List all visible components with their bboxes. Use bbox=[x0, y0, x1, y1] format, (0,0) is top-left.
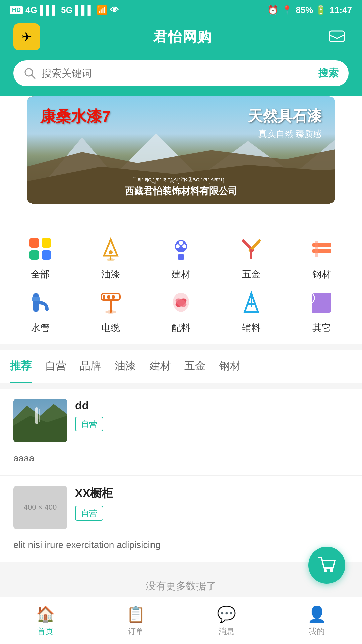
status-bar: HD 4G ▌▌▌ 5G ▌▌▌ 📶 👁 ⏰ 📍 85% 🔋 11:47 bbox=[0, 0, 362, 20]
other-label: 其它 bbox=[312, 322, 331, 334]
no-more-text: 没有更多数据了 bbox=[146, 580, 216, 591]
location-icon: 📍 bbox=[282, 5, 292, 15]
svg-line-2 bbox=[32, 75, 35, 78]
search-container: 搜索 bbox=[13, 60, 349, 86]
placeholder-image: 400 × 400 bbox=[13, 486, 67, 529]
pipe-icon bbox=[25, 287, 55, 318]
header: ✈ 君怡网购 bbox=[0, 20, 362, 54]
svg-rect-9 bbox=[29, 238, 39, 248]
ingredient-label: 配料 bbox=[172, 322, 190, 334]
auxiliary-label: 辅料 bbox=[242, 322, 261, 334]
product-header-2: 400 × 400 XX橱柜 自营 bbox=[13, 486, 349, 529]
waterfall-image bbox=[13, 399, 67, 442]
category-paint[interactable]: 油漆 bbox=[77, 234, 144, 281]
nav-home[interactable]: 🏠 首页 bbox=[0, 605, 90, 637]
signal-icon: ▌▌▌ bbox=[40, 5, 58, 15]
message-nav-icon: 💬 bbox=[217, 605, 236, 623]
tab-steel[interactable]: 钢材 bbox=[219, 350, 241, 383]
product-desc-2: elit nisi irure exercitation adipisicing bbox=[13, 535, 349, 552]
banner-container: 康桑水漆7 天然具石漆 真实自然 臻质感 ཟི་ཐང་གྲུ་ཐང་ལྟ་བུའ… bbox=[0, 96, 362, 224]
category-other[interactable]: 其它 bbox=[288, 287, 355, 334]
svg-rect-33 bbox=[112, 295, 115, 299]
nav-order[interactable]: 📋 订单 bbox=[90, 605, 181, 637]
floating-cart-button[interactable] bbox=[308, 547, 345, 584]
mine-label: 我的 bbox=[309, 626, 325, 637]
category-auxiliary[interactable]: 辅料 bbox=[218, 287, 285, 334]
other-icon bbox=[307, 287, 337, 318]
svg-rect-29 bbox=[32, 297, 40, 301]
app-logo[interactable]: ✈ bbox=[13, 23, 40, 50]
time-display: 11:47 bbox=[330, 5, 352, 15]
category-building[interactable]: 建材 bbox=[147, 234, 215, 281]
all-label: 全部 bbox=[31, 268, 50, 281]
message-button[interactable] bbox=[325, 25, 349, 49]
product-info-2: XX橱柜 自营 bbox=[75, 486, 349, 521]
status-right: ⏰ 📍 85% 🔋 11:47 bbox=[267, 5, 352, 15]
app-title: 君怡网购 bbox=[153, 28, 212, 46]
home-icon: 🏠 bbox=[36, 605, 55, 623]
banner: 康桑水漆7 天然具石漆 真实自然 臻质感 ཟི་ཐང་གྲུ་ཐང་ལྟ་བུའ… bbox=[27, 96, 335, 204]
table-row: 400 × 400 XX橱柜 自营 elit nisi irure exerci… bbox=[0, 476, 362, 562]
category-hardware[interactable]: 五金 bbox=[218, 234, 285, 281]
category-pipe[interactable]: 水管 bbox=[7, 287, 74, 334]
paint-icon bbox=[96, 234, 126, 264]
ingredient-icon bbox=[166, 287, 196, 318]
category-steel[interactable]: 钢材 bbox=[288, 234, 355, 281]
banner-subtitle-right: 真实自然 臻质感 bbox=[258, 128, 322, 140]
nav-message[interactable]: 💬 消息 bbox=[181, 605, 272, 637]
svg-point-14 bbox=[109, 250, 113, 254]
tabs-bar: 推荐 自营 品牌 油漆 建材 五金 钢材 bbox=[0, 350, 362, 383]
clock-icon: ⏰ bbox=[267, 5, 278, 15]
mine-icon: 👤 bbox=[307, 605, 326, 623]
battery-icon: 85% 🔋 bbox=[296, 5, 326, 15]
nav-mine[interactable]: 👤 我的 bbox=[272, 605, 362, 637]
svg-point-20 bbox=[179, 241, 183, 245]
all-icon bbox=[25, 234, 55, 264]
eye-icon: 👁 bbox=[110, 5, 119, 15]
status-left: HD 4G ▌▌▌ 5G ▌▌▌ 📶 👁 bbox=[10, 5, 119, 15]
tab-paint[interactable]: 油漆 bbox=[115, 350, 136, 383]
message-icon bbox=[328, 28, 346, 46]
order-label: 订单 bbox=[128, 626, 144, 637]
category-all[interactable]: 全部 bbox=[7, 234, 74, 281]
category-cable[interactable]: 电缆 bbox=[77, 287, 144, 334]
svg-point-19 bbox=[182, 244, 186, 248]
svg-point-35 bbox=[105, 310, 116, 314]
product-header-1: dd 自营 bbox=[13, 399, 349, 442]
product-name-1: dd bbox=[75, 399, 349, 412]
product-name-2: XX橱柜 bbox=[75, 486, 349, 501]
svg-rect-32 bbox=[107, 295, 110, 299]
svg-rect-27 bbox=[315, 241, 318, 257]
network-5g: 5G bbox=[61, 5, 73, 15]
svg-rect-11 bbox=[29, 250, 39, 260]
tab-recommend[interactable]: 推荐 bbox=[10, 350, 32, 383]
svg-rect-12 bbox=[42, 250, 51, 260]
hardware-icon bbox=[236, 234, 266, 264]
tab-building[interactable]: 建材 bbox=[149, 350, 171, 383]
wifi-icon: 📶 bbox=[97, 5, 107, 15]
banner-title-right: 天然具石漆 bbox=[248, 106, 322, 126]
svg-rect-10 bbox=[42, 238, 51, 248]
hardware-label: 五金 bbox=[242, 268, 261, 281]
svg-rect-44 bbox=[35, 407, 38, 424]
cable-icon bbox=[96, 287, 126, 318]
pipe-label: 水管 bbox=[31, 322, 50, 334]
svg-rect-21 bbox=[178, 254, 184, 260]
tab-brand[interactable]: 品牌 bbox=[80, 350, 101, 383]
banner-company-name: 西藏君怡装饰材料有限公司 bbox=[27, 185, 335, 198]
svg-point-16 bbox=[107, 258, 115, 261]
tab-hardware[interactable]: 五金 bbox=[184, 350, 206, 383]
category-grid: 全部 油漆 建材 bbox=[0, 224, 362, 344]
search-bar: 搜索 bbox=[0, 54, 362, 96]
svg-point-47 bbox=[330, 569, 333, 572]
search-button[interactable]: 搜索 bbox=[318, 66, 339, 80]
search-input[interactable] bbox=[42, 68, 313, 79]
svg-point-18 bbox=[176, 244, 180, 248]
building-label: 建材 bbox=[172, 268, 190, 281]
tab-self[interactable]: 自营 bbox=[45, 350, 66, 383]
product-image-2: 400 × 400 bbox=[13, 486, 67, 529]
table-row: dd 自营 aaaa bbox=[0, 389, 362, 476]
product-badge-2: 自营 bbox=[75, 506, 103, 521]
signal-5g-icon: ▌▌▌ bbox=[75, 5, 94, 15]
category-ingredient[interactable]: 配料 bbox=[147, 287, 215, 334]
